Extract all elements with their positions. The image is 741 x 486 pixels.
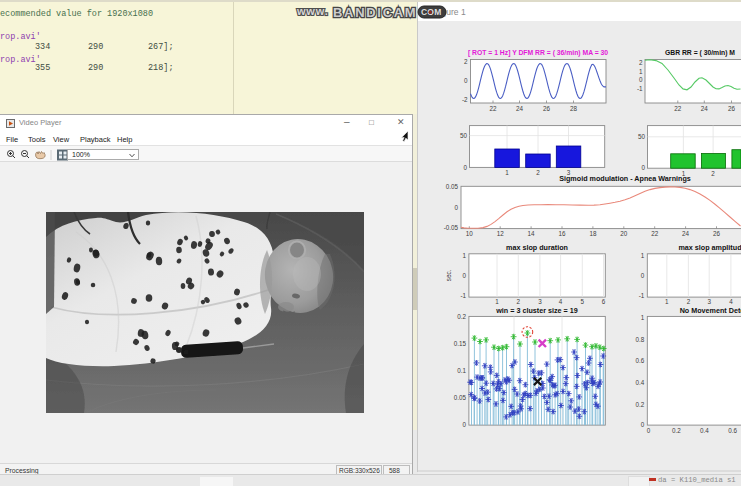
svg-text:2: 2 — [517, 298, 521, 305]
svg-text:12: 12 — [497, 230, 505, 237]
svg-text:0: 0 — [639, 76, 643, 83]
svg-text:1: 1 — [495, 298, 499, 305]
svg-text:16: 16 — [558, 230, 566, 237]
svg-text:0.1: 0.1 — [457, 367, 466, 374]
svg-text:1: 1 — [665, 298, 669, 305]
svg-text:0: 0 — [641, 421, 645, 428]
svg-text:Sigmoid modulation - Apnea War: Sigmoid modulation - Apnea Warnings — [559, 174, 691, 183]
svg-text:14: 14 — [528, 230, 536, 237]
svg-text:26: 26 — [728, 105, 736, 112]
svg-text:1: 1 — [505, 169, 509, 176]
svg-text:2: 2 — [464, 58, 468, 65]
svg-text:10: 10 — [466, 230, 474, 237]
svg-text:3: 3 — [538, 298, 542, 305]
svg-text:24: 24 — [701, 105, 709, 112]
svg-text:5: 5 — [581, 298, 585, 305]
svg-text:0: 0 — [462, 421, 466, 428]
svg-text:0: 0 — [641, 164, 645, 171]
svg-text:26: 26 — [543, 105, 551, 112]
svg-text:0.15: 0.15 — [454, 340, 467, 347]
svg-text:1: 1 — [462, 252, 466, 259]
svg-text:1: 1 — [641, 252, 645, 259]
svg-text:2: 2 — [639, 59, 643, 66]
svg-text:26: 26 — [713, 230, 721, 237]
svg-text:0.2: 0.2 — [457, 313, 466, 320]
svg-text:0.6: 0.6 — [636, 357, 645, 364]
svg-text:0: 0 — [641, 272, 645, 279]
svg-text:4: 4 — [729, 298, 733, 305]
svg-text:28: 28 — [570, 105, 578, 112]
svg-text:0.2: 0.2 — [636, 401, 645, 408]
svg-text:0: 0 — [464, 77, 468, 84]
svg-text:max slop amplitude: max slop amplitude — [678, 243, 741, 252]
svg-text:50: 50 — [460, 132, 468, 139]
svg-text:-2: -2 — [462, 96, 468, 103]
svg-text:GBR RR = ( 30/min) M: GBR RR = ( 30/min) M — [665, 49, 735, 57]
svg-text:BANDICAM: BANDICAM — [333, 5, 417, 20]
svg-text:-1: -1 — [637, 85, 643, 92]
svg-text:0.2: 0.2 — [672, 427, 681, 434]
svg-text:0.05: 0.05 — [454, 394, 467, 401]
svg-text:22: 22 — [651, 230, 659, 237]
svg-text:24: 24 — [516, 105, 524, 112]
svg-text:6: 6 — [602, 298, 606, 305]
svg-text:2: 2 — [711, 170, 715, 177]
svg-text:50: 50 — [638, 133, 646, 140]
svg-text:18: 18 — [589, 230, 597, 237]
svg-text:20: 20 — [620, 230, 628, 237]
svg-text:0.8: 0.8 — [636, 336, 645, 343]
svg-text:sec.: sec. — [445, 269, 452, 281]
svg-text:2: 2 — [536, 169, 540, 176]
svg-text:No Movement Dete: No Movement Dete — [680, 306, 741, 315]
svg-text:3: 3 — [707, 298, 711, 305]
svg-text:24: 24 — [682, 230, 690, 237]
svg-text:-1: -1 — [460, 292, 466, 299]
svg-text:4: 4 — [559, 298, 563, 305]
svg-text:0: 0 — [463, 164, 467, 171]
svg-text:0: 0 — [462, 272, 466, 279]
svg-text:-0.05: -0.05 — [444, 224, 459, 231]
svg-text:1: 1 — [639, 68, 643, 75]
svg-text:win = 3 cluster size = 19: win = 3 cluster size = 19 — [495, 306, 578, 315]
svg-text:www.: www. — [296, 5, 329, 17]
svg-text:0.4: 0.4 — [636, 379, 645, 386]
svg-text:1: 1 — [641, 314, 645, 321]
svg-text:0: 0 — [454, 204, 458, 211]
svg-text:2: 2 — [687, 298, 691, 305]
svg-text:0: 0 — [647, 427, 651, 434]
svg-text:max slop duration: max slop duration — [506, 243, 568, 252]
svg-text:-1: -1 — [639, 292, 645, 299]
svg-text:22: 22 — [674, 105, 682, 112]
svg-text:0.4: 0.4 — [700, 427, 709, 434]
svg-text:22: 22 — [489, 105, 497, 112]
svg-text:[ ROT = 1 Hz] Y DFM RR = ( 36: [ ROT = 1 Hz] Y DFM RR = ( 36/min) MA = … — [468, 49, 608, 57]
svg-text:0.6: 0.6 — [728, 427, 737, 434]
svg-text:0.05: 0.05 — [446, 183, 459, 190]
